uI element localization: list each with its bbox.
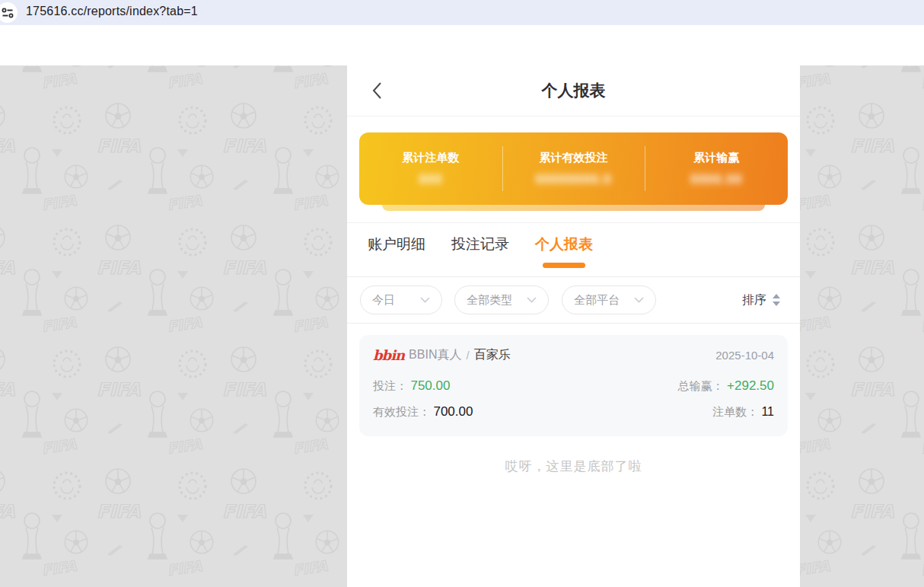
platform-dropdown[interactable]: 全部平台 xyxy=(562,286,656,314)
filter-bar: 今日 全部类型 全部平台 排序 xyxy=(347,277,800,324)
tab-label: 个人报表 xyxy=(535,234,593,254)
bet-value: 750.00 xyxy=(410,378,450,393)
bet-count-label: 注单数： xyxy=(712,405,758,418)
bet-count-value: 11 xyxy=(761,405,774,418)
tab-account-details[interactable]: 账户明细 xyxy=(368,234,425,276)
stat-win-loss: 累计输赢 8888.88 xyxy=(645,132,788,205)
valid-bet-value: 700.00 xyxy=(433,404,473,419)
stat-label: 累计输赢 xyxy=(693,151,739,165)
page-title: 个人报表 xyxy=(347,80,800,101)
dropdown-value: 全部平台 xyxy=(574,293,620,308)
report-list: bbin BBIN真人 / 百家乐 2025-10-04 投注： 750.00 … xyxy=(347,324,800,475)
stat-total-bets: 累计注单数 888 xyxy=(359,132,502,205)
stat-label: 累计有效投注 xyxy=(540,151,608,165)
report-card[interactable]: bbin BBIN真人 / 百家乐 2025-10-04 投注： 750.00 … xyxy=(359,335,788,436)
report-date: 2025-10-04 xyxy=(715,349,774,362)
stat-value-masked: 888 xyxy=(419,172,442,187)
tab-underline xyxy=(459,263,502,268)
sort-arrows-icon xyxy=(772,294,781,306)
game-name: 百家乐 xyxy=(474,347,511,363)
date-range-dropdown[interactable]: 今日 xyxy=(360,286,442,314)
chevron-down-icon xyxy=(634,297,644,303)
dropdown-value: 今日 xyxy=(372,293,395,308)
chevron-down-icon xyxy=(420,297,430,303)
total-win-label: 总输赢： xyxy=(678,379,724,392)
total-win-value: +292.50 xyxy=(727,378,774,393)
stat-value-masked: 8888.88 xyxy=(690,172,742,187)
valid-bet-label: 有效投注： xyxy=(373,405,430,418)
sort-button[interactable]: 排序 xyxy=(742,292,781,308)
stat-value-masked: 88888888.8 xyxy=(536,172,612,187)
summary-card-shadow-layer xyxy=(382,205,765,211)
type-dropdown[interactable]: 全部类型 xyxy=(454,286,549,314)
separator: / xyxy=(466,349,469,362)
tab-active-underline xyxy=(543,263,585,268)
stat-label: 累计注单数 xyxy=(402,151,459,165)
dropdown-value: 全部类型 xyxy=(467,293,512,308)
tab-label: 投注记录 xyxy=(451,234,509,254)
bbin-logo: bbin xyxy=(373,347,404,363)
stat-valid-bets: 累计有效投注 88888888.8 xyxy=(502,132,645,205)
sort-label: 排序 xyxy=(742,292,766,308)
tab-label: 账户明细 xyxy=(368,234,425,254)
bet-label: 投注： xyxy=(373,379,407,392)
tab-personal-report[interactable]: 个人报表 xyxy=(535,234,593,276)
url-text: 175616.cc/reports/index?tab=1 xyxy=(26,5,198,18)
page-top-band xyxy=(0,25,924,65)
end-of-list-text: 哎呀，这里是底部了啦 xyxy=(359,458,788,475)
provider-name: BBIN真人 xyxy=(409,347,461,363)
tabs-bar: 账户明细 投注记录 个人报表 xyxy=(347,223,800,277)
app-header: 个人报表 xyxy=(347,65,800,116)
tab-bet-records[interactable]: 投注记录 xyxy=(451,234,509,276)
summary-card: 累计注单数 888 累计有效投注 88888888.8 累计输赢 8888.88 xyxy=(359,132,788,205)
chevron-down-icon xyxy=(527,297,537,303)
app-panel: 个人报表 累计注单数 888 累计有效投注 88888888.8 累计输赢 88… xyxy=(347,65,800,587)
summary-section: 累计注单数 888 累计有效投注 88888888.8 累计输赢 8888.88 xyxy=(347,116,800,223)
tab-underline xyxy=(375,263,418,268)
address-bar[interactable]: 175616.cc/reports/index?tab=1 xyxy=(0,0,924,25)
site-info-button[interactable] xyxy=(0,2,18,23)
tracking-protection-icon xyxy=(2,7,14,19)
